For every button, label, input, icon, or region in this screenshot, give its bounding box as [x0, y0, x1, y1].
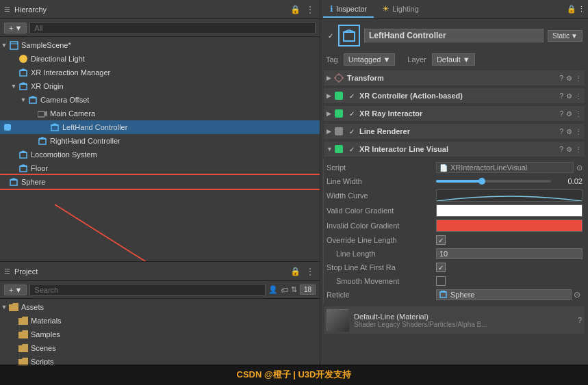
tree-item-xr-interaction-manager[interactable]: XR Interaction Manager: [0, 66, 320, 79]
tree-item-scenes[interactable]: Scenes: [0, 341, 320, 355]
object-enabled-check[interactable]: ✓: [326, 31, 335, 40]
xr-controller-settings-icon[interactable]: ⚙: [566, 92, 572, 100]
xr-ray-icon: [333, 108, 344, 119]
line-renderer-enabled-check[interactable]: ✓: [347, 127, 357, 136]
slider-track[interactable]: [436, 180, 551, 183]
reticle-obj-icon: [439, 291, 448, 299]
tab-inspector[interactable]: ℹ Inspector: [323, 1, 374, 18]
reticle-object-field[interactable]: Sphere: [436, 289, 572, 300]
script-ref-value[interactable]: 📄 XRInteractorLineVisual: [436, 162, 574, 173]
project-toolbar: + ▼ 👤 🏷 ⇅ 18: [0, 281, 320, 299]
project-tag-icon[interactable]: 🏷: [281, 286, 288, 294]
cube-icon-sphere: [8, 176, 19, 187]
hierarchy-menu-icon[interactable]: ⋮: [305, 4, 316, 15]
reticle-value: Sphere: [450, 291, 474, 299]
xr-line-visual-settings-icon[interactable]: ⚙: [566, 146, 572, 153]
project-search-input[interactable]: [29, 284, 266, 296]
layer-dropdown[interactable]: Default ▼: [432, 53, 475, 66]
line-renderer-expand-icon: [327, 128, 333, 135]
xr-line-visual-body: Script 📄 XRInteractorLineVisual ⊙ Line W…: [323, 159, 585, 304]
xr-line-visual-help-icon[interactable]: ?: [559, 146, 563, 153]
inspector-lock-icon[interactable]: 🔒: [567, 5, 576, 14]
tag-dropdown[interactable]: Untagged ▼: [344, 53, 396, 66]
line-renderer-menu-icon[interactable]: ⋮: [575, 128, 582, 135]
transform-menu-icon[interactable]: ⋮: [575, 75, 582, 82]
xr-ray-settings-icon[interactable]: ⚙: [566, 110, 572, 118]
component-xr-controller[interactable]: ✓ XR Controller (Action-based) ? ⚙ ⋮: [323, 88, 585, 104]
hierarchy-add-button[interactable]: + ▼: [4, 23, 27, 34]
svg-marker-13: [39, 137, 46, 139]
assets-expand-icon[interactable]: [0, 301, 8, 313]
tree-label-xr-origin: XR Origin: [31, 80, 64, 92]
script-target-icon[interactable]: ⊙: [576, 163, 583, 172]
line-width-label: Line Width: [327, 177, 436, 185]
tree-item-materials[interactable]: Materials: [0, 314, 320, 328]
project-menu-icon[interactable]: ⋮: [305, 266, 316, 277]
component-xr-line-visual[interactable]: ✓ XR Interactor Line Visual ? ⚙ ⋮: [323, 141, 585, 157]
hierarchy-search-input[interactable]: [29, 22, 316, 34]
project-add-button[interactable]: + ▼: [4, 284, 27, 295]
folder-icon-materials: [18, 315, 29, 326]
project-sort-icon[interactable]: ⇅: [291, 285, 297, 294]
svg-rect-14: [20, 152, 27, 158]
tree-item-samples[interactable]: Samples: [0, 328, 320, 341]
line-renderer-help-icon[interactable]: ?: [559, 128, 563, 135]
transform-settings-icon[interactable]: ⚙: [566, 75, 572, 82]
line-width-slider[interactable]: 0.02: [436, 177, 583, 185]
expand-icon[interactable]: [10, 80, 18, 92]
scene-icon: [8, 40, 19, 51]
tree-item-assets[interactable]: Assets: [0, 300, 320, 314]
slider-thumb[interactable]: [478, 178, 485, 185]
project-header: ☰ Project 🔒 ⋮: [0, 262, 320, 281]
xr-ray-menu-icon[interactable]: ⋮: [575, 110, 582, 118]
xr-controller-help-icon[interactable]: ?: [559, 92, 563, 100]
svg-rect-10: [51, 125, 58, 131]
tree-label-scenes: Scenes: [31, 342, 56, 354]
xr-line-visual-menu-icon[interactable]: ⋮: [575, 146, 582, 153]
line-length-label: Line Length: [327, 250, 436, 258]
static-badge[interactable]: Static ▼: [548, 30, 583, 42]
stop-line-checkbox[interactable]: ✓: [436, 263, 446, 272]
tree-item-xr-origin[interactable]: XR Origin: [0, 79, 320, 93]
tree-item-floor[interactable]: Floor: [0, 161, 320, 175]
xr-ray-enabled-check[interactable]: ✓: [347, 109, 357, 118]
tree-item-lefthand-controller[interactable]: LeftHand Controller: [0, 120, 320, 134]
tree-item-locomotion-system[interactable]: Locomotion System: [0, 148, 320, 161]
valid-gradient-preview[interactable]: [436, 204, 583, 217]
invalid-gradient-preview[interactable]: [436, 220, 583, 232]
xr-controller-menu-icon[interactable]: ⋮: [575, 92, 582, 100]
xr-ray-help-icon[interactable]: ?: [559, 110, 563, 118]
smooth-movement-checkbox[interactable]: [436, 276, 446, 286]
xr-controller-enabled-check[interactable]: ✓: [347, 91, 357, 101]
transform-help-icon[interactable]: ?: [559, 75, 563, 82]
line-length-input[interactable]: [436, 248, 583, 259]
tree-item-camera-offset[interactable]: Camera Offset: [0, 93, 320, 107]
xr-ray-name: XR Ray Interactor: [359, 109, 559, 118]
component-transform[interactable]: Transform ? ⚙ ⋮: [323, 70, 585, 86]
expand-icon[interactable]: [19, 94, 27, 106]
override-line-length-checkbox[interactable]: ✓: [436, 235, 446, 245]
svg-rect-8: [38, 111, 44, 117]
project-filter-icon[interactable]: 👤: [268, 285, 278, 294]
inspector-menu-icon[interactable]: ⋮: [578, 5, 585, 14]
expand-icon[interactable]: [0, 39, 8, 51]
tree-item-main-camera[interactable]: Main Camera: [0, 107, 320, 120]
object-name-input[interactable]: [364, 29, 544, 42]
component-xr-ray-interactor[interactable]: ✓ XR Ray Interactor ? ⚙ ⋮: [323, 105, 585, 122]
xr-controller-icon: [333, 90, 344, 101]
svg-line-21: [55, 204, 294, 261]
component-line-renderer[interactable]: ✓ Line Renderer ? ⚙ ⋮: [323, 123, 585, 140]
material-row[interactable]: Default-Line (Material) Shader Legacy Sh…: [323, 306, 585, 334]
line-renderer-settings-icon[interactable]: ⚙: [566, 128, 572, 135]
tree-item-sphere[interactable]: Sphere: [0, 175, 320, 189]
tree-item-samplescene[interactable]: SampleScene*: [0, 38, 320, 52]
width-curve-preview[interactable]: [436, 189, 583, 202]
tree-item-directional-light[interactable]: Directional Light: [0, 52, 320, 66]
reticle-target-icon[interactable]: ⊙: [572, 289, 583, 300]
tab-lighting[interactable]: ☀ Lighting: [375, 1, 426, 18]
material-help-icon[interactable]: ?: [578, 316, 582, 324]
tree-item-righthand-controller[interactable]: RightHand Controller: [0, 134, 320, 148]
hierarchy-lock-icon[interactable]: 🔒: [290, 4, 301, 15]
project-lock-icon[interactable]: 🔒: [290, 266, 301, 277]
xr-line-visual-enabled-check[interactable]: ✓: [347, 144, 357, 154]
